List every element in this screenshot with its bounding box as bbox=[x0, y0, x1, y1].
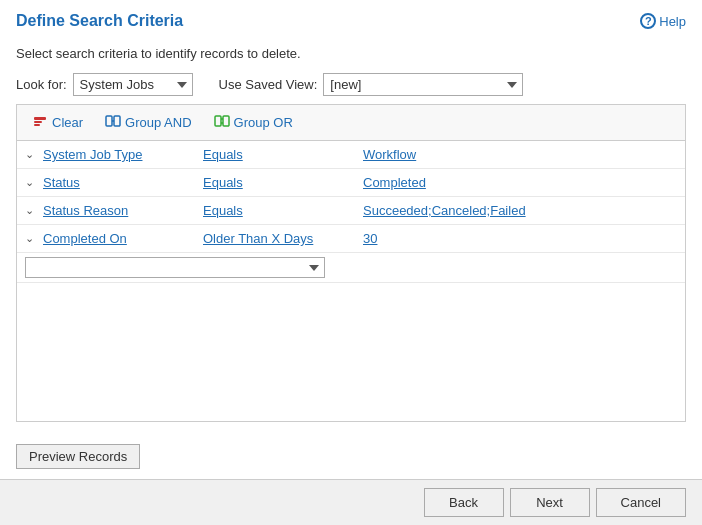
clear-button[interactable]: Clear bbox=[23, 111, 92, 135]
clear-label: Clear bbox=[52, 115, 83, 130]
chevron-icon-4[interactable]: ⌄ bbox=[25, 232, 39, 245]
table-row: ⌄ Completed On Older Than X Days 30 bbox=[17, 225, 685, 253]
footer-right: Back Next Cancel bbox=[0, 479, 702, 525]
group-and-icon bbox=[105, 113, 121, 132]
new-criteria-row bbox=[17, 253, 685, 283]
criteria-operator-1[interactable]: Equals bbox=[203, 147, 363, 162]
table-row: ⌄ Status Equals Completed bbox=[17, 169, 685, 197]
next-button[interactable]: Next bbox=[510, 488, 590, 517]
svg-rect-0 bbox=[34, 117, 46, 120]
criteria-value-3[interactable]: Succeeded;Canceled;Failed bbox=[363, 203, 677, 218]
cancel-button[interactable]: Cancel bbox=[596, 488, 686, 517]
svg-rect-3 bbox=[106, 116, 112, 126]
criteria-table: ⌄ System Job Type Equals Workflow ⌄ Stat… bbox=[16, 140, 686, 422]
saved-view-label: Use Saved View: bbox=[219, 77, 318, 92]
footer-left: Preview Records bbox=[0, 434, 702, 479]
help-link[interactable]: ? Help bbox=[640, 13, 686, 29]
chevron-icon-3[interactable]: ⌄ bbox=[25, 204, 39, 217]
look-for-select[interactable]: System Jobs bbox=[73, 73, 193, 96]
help-label: Help bbox=[659, 14, 686, 29]
chevron-icon-2[interactable]: ⌄ bbox=[25, 176, 39, 189]
back-button[interactable]: Back bbox=[424, 488, 504, 517]
group-and-label: Group AND bbox=[125, 115, 191, 130]
group-or-icon bbox=[214, 113, 230, 132]
criteria-field-3[interactable]: Status Reason bbox=[43, 203, 203, 218]
look-for-label: Look for: bbox=[16, 77, 67, 92]
svg-rect-6 bbox=[215, 116, 221, 126]
group-or-button[interactable]: Group OR bbox=[205, 109, 302, 136]
chevron-icon-1[interactable]: ⌄ bbox=[25, 148, 39, 161]
help-icon: ? bbox=[640, 13, 656, 29]
clear-icon bbox=[32, 115, 48, 131]
new-field-select[interactable] bbox=[25, 257, 325, 278]
svg-rect-1 bbox=[34, 121, 42, 123]
criteria-operator-3[interactable]: Equals bbox=[203, 203, 363, 218]
criteria-operator-2[interactable]: Equals bbox=[203, 175, 363, 190]
criteria-field-2[interactable]: Status bbox=[43, 175, 203, 190]
criteria-value-1[interactable]: Workflow bbox=[363, 147, 677, 162]
group-and-button[interactable]: Group AND bbox=[96, 109, 200, 136]
preview-records-button[interactable]: Preview Records bbox=[16, 444, 140, 469]
table-row: ⌄ Status Reason Equals Succeeded;Cancele… bbox=[17, 197, 685, 225]
criteria-field-1[interactable]: System Job Type bbox=[43, 147, 203, 162]
criteria-operator-4[interactable]: Older Than X Days bbox=[203, 231, 363, 246]
table-row: ⌄ System Job Type Equals Workflow bbox=[17, 141, 685, 169]
criteria-value-2[interactable]: Completed bbox=[363, 175, 677, 190]
criteria-field-4[interactable]: Completed On bbox=[43, 231, 203, 246]
svg-rect-7 bbox=[223, 116, 229, 126]
criteria-value-4[interactable]: 30 bbox=[363, 231, 677, 246]
subtitle-text: Select search criteria to identify recor… bbox=[0, 38, 702, 73]
saved-view-select[interactable]: [new] bbox=[323, 73, 523, 96]
page-title: Define Search Criteria bbox=[16, 12, 183, 30]
svg-rect-2 bbox=[34, 124, 40, 126]
action-bar: Clear Group AND bbox=[16, 104, 686, 140]
group-or-label: Group OR bbox=[234, 115, 293, 130]
svg-rect-4 bbox=[114, 116, 120, 126]
